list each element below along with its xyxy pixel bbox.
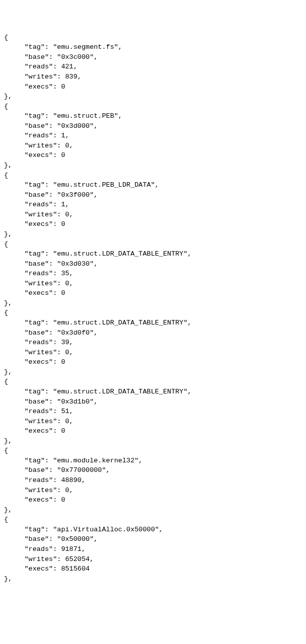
prop-writes: "writes": 652054,: [4, 554, 302, 565]
prop-writes: "writes": 0,: [4, 348, 302, 358]
object-close: },: [4, 574, 302, 584]
prop-base: "base": "0x50000",: [4, 534, 302, 544]
prop-execs: "execs": 0: [4, 82, 302, 92]
prop-base: "base": "0x3d000",: [4, 121, 302, 131]
prop-writes: "writes": 0,: [4, 210, 302, 220]
object-open: {: [4, 33, 302, 43]
prop-execs: "execs": 8515604: [4, 564, 302, 574]
prop-execs: "execs": 0: [4, 150, 302, 160]
object-open: {: [4, 446, 302, 456]
prop-writes: "writes": 0,: [4, 417, 302, 427]
prop-base: "base": "0x77000000",: [4, 465, 302, 475]
object-close: },: [4, 298, 302, 308]
prop-base: "base": "0x3f000",: [4, 190, 302, 200]
object-close: },: [4, 436, 302, 446]
object-open: {: [4, 102, 302, 112]
object-open: {: [4, 308, 302, 318]
prop-writes: "writes": 839,: [4, 72, 302, 82]
prop-execs: "execs": 0: [4, 357, 302, 367]
prop-reads: "reads": 48890,: [4, 475, 302, 486]
prop-tag: "tag": "emu.struct.LDR_DATA_TABLE_ENTRY"…: [4, 249, 302, 259]
prop-writes: "writes": 0,: [4, 141, 302, 151]
prop-writes: "writes": 0,: [4, 279, 302, 289]
object-close: },: [4, 229, 302, 239]
object-close: },: [4, 367, 302, 377]
prop-execs: "execs": 0: [4, 219, 302, 229]
prop-tag: "tag": "emu.struct.PEB_LDR_DATA",: [4, 180, 302, 190]
prop-base: "base": "0x3d030",: [4, 259, 302, 269]
prop-writes: "writes": 0,: [4, 486, 302, 496]
prop-execs: "execs": 0: [4, 495, 302, 505]
prop-reads: "reads": 1,: [4, 131, 302, 141]
object-open: {: [4, 515, 302, 525]
prop-tag: "tag": "emu.segment.fs",: [4, 42, 302, 52]
json-code-block: { "tag": "emu.segment.fs", "base": "0x3c…: [4, 33, 302, 584]
object-close: },: [4, 505, 302, 515]
prop-base: "base": "0x3d1b0",: [4, 397, 302, 407]
prop-reads: "reads": 1,: [4, 200, 302, 210]
prop-tag: "tag": "emu.module.kernel32",: [4, 456, 302, 466]
prop-execs: "execs": 0: [4, 426, 302, 436]
object-close: },: [4, 160, 302, 171]
object-open: {: [4, 171, 302, 181]
prop-base: "base": "0x3d0f0",: [4, 328, 302, 338]
prop-tag: "tag": "api.VirtualAlloc.0x50000",: [4, 525, 302, 535]
prop-reads: "reads": 39,: [4, 338, 302, 348]
object-open: {: [4, 377, 302, 387]
object-open: {: [4, 239, 302, 250]
prop-base: "base": "0x3c000",: [4, 52, 302, 62]
prop-reads: "reads": 35,: [4, 269, 302, 279]
prop-reads: "reads": 51,: [4, 407, 302, 417]
prop-reads: "reads": 91871,: [4, 544, 302, 554]
prop-tag: "tag": "emu.struct.LDR_DATA_TABLE_ENTRY"…: [4, 318, 302, 328]
prop-tag: "tag": "emu.struct.PEB",: [4, 111, 302, 121]
prop-reads: "reads": 421,: [4, 62, 302, 72]
prop-tag: "tag": "emu.struct.LDR_DATA_TABLE_ENTRY"…: [4, 387, 302, 397]
prop-execs: "execs": 0: [4, 288, 302, 298]
object-close: },: [4, 92, 302, 102]
